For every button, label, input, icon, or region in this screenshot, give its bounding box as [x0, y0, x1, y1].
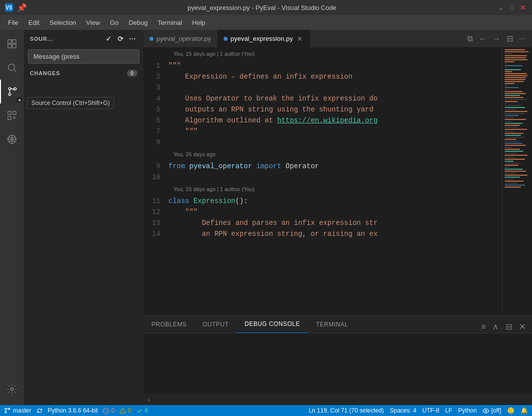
panel-arrow: › [143, 394, 532, 405]
tab-pyeval-expression[interactable]: pyeval_expression.py ✕ [218, 30, 310, 47]
code-line-5: 5 outputs an RPN string using the shunti… [143, 104, 502, 115]
python-version: Python 3.6.6 64-bit [48, 407, 98, 414]
explorer-icon[interactable] [0, 32, 24, 56]
changes-label: CHANGES [30, 70, 60, 76]
notification-icon: 🔔 [521, 407, 528, 414]
tab-close-button[interactable]: ✕ [296, 35, 304, 43]
code-line-7: 7 """ [143, 126, 502, 137]
status-language[interactable]: Python [458, 407, 477, 414]
commit-button[interactable]: ✓ [104, 34, 114, 44]
svg-rect-0 [8, 40, 11, 43]
menu-edit[interactable]: Edit [24, 17, 43, 28]
panel: PROBLEMS OUTPUT DEBUG CONSOLE TERMINAL ≡… [143, 315, 532, 405]
editor-layout-button[interactable]: ⊟ [504, 32, 516, 45]
panel-tabs: PROBLEMS OUTPUT DEBUG CONSOLE TERMINAL ≡… [143, 316, 532, 333]
sidebar-header-actions: ✓ ⟳ ··· [104, 34, 137, 44]
changes-header[interactable]: CHANGES 0 [24, 68, 143, 79]
status-checks[interactable]: 6 [136, 407, 148, 414]
main-area: Source Control (Ctrl+Shift+G) SOUR... ✓ … [0, 30, 532, 405]
svg-point-22 [485, 410, 487, 411]
menu-view[interactable]: View [82, 17, 104, 28]
blame-block-3: You, 15 days ago | 1 author (You) [143, 183, 502, 196]
tab-label-operator: pyeval_operator.py [156, 35, 211, 42]
commit-message-input[interactable]: Message (press [28, 49, 139, 64]
code-line-4: 4 Uses Operator to break the infix expre… [143, 93, 502, 104]
svg-point-14 [5, 408, 6, 410]
tab-output[interactable]: OUTPUT [195, 315, 237, 333]
blame-block-2: You, 26 days ago [143, 148, 502, 161]
settings-icon[interactable] [0, 377, 24, 401]
tab-debug-console[interactable]: DEBUG CONSOLE [237, 315, 308, 333]
tab-pyeval-operator[interactable]: pyeval_operator.py [143, 30, 218, 47]
status-errors[interactable]: 0 [103, 407, 115, 414]
menu-file[interactable]: File [4, 17, 22, 28]
minimap [502, 47, 532, 315]
branch-name: master [13, 407, 31, 414]
code-editor[interactable]: You, 15 days ago | 1 author (You) 1 """ … [143, 47, 532, 315]
status-right: Ln 119, Col 71 (70 selected) Spaces: 4 U… [309, 407, 528, 414]
code-line-2: 2 Expression – defines an infix expressi… [143, 71, 502, 82]
tab-terminal[interactable]: TERMINAL [308, 315, 356, 333]
code-line-12: 12 """ [143, 207, 502, 217]
split-editor-button[interactable]: ⧉ [465, 33, 475, 45]
svg-point-8 [8, 93, 11, 96]
warning-count: 0 [128, 407, 132, 414]
status-live-share[interactable]: [off] [483, 407, 501, 414]
more-tab-actions[interactable]: ··· [517, 33, 528, 45]
panel-close-button[interactable]: ✕ [517, 320, 528, 333]
search-icon[interactable] [0, 56, 24, 80]
status-spaces[interactable]: Spaces: 4 [390, 407, 416, 414]
status-smiley[interactable]: 🙂 [507, 407, 515, 414]
minimize-button[interactable]: ⌄ [497, 3, 505, 11]
status-position[interactable]: Ln 119, Col 71 (70 selected) [309, 407, 384, 414]
title-bar-title: pyeval_expression.py - PyEval - Visual S… [188, 4, 337, 11]
extensions-icon[interactable] [0, 104, 24, 127]
menu-debug[interactable]: Debug [125, 17, 151, 28]
maximize-button[interactable]: □ [508, 3, 516, 11]
status-bell[interactable]: 🔔 [521, 407, 528, 414]
svg-line-5 [14, 70, 16, 72]
close-button[interactable]: ✕ [519, 3, 527, 11]
remote-icon[interactable] [0, 127, 24, 151]
refresh-button[interactable]: ⟳ [116, 34, 126, 44]
editor-area: pyeval_operator.py pyeval_expression.py … [143, 30, 532, 405]
code-line-3: 3 [143, 82, 502, 93]
status-encoding[interactable]: UTF-8 [422, 407, 439, 414]
panel-layout-button[interactable]: ⊟ [503, 320, 515, 333]
status-warnings[interactable]: 0 [120, 407, 132, 414]
pin-icon[interactable]: 📌 [17, 3, 27, 12]
status-python[interactable]: Python 3.6.6 64-bit [48, 407, 98, 414]
panel-collapse-button[interactable]: ∧ [490, 320, 501, 333]
back-button[interactable]: ← [476, 33, 489, 45]
source-control-icon[interactable] [0, 80, 24, 104]
blame-block-1: You, 15 days ago | 1 author (You) [143, 47, 502, 60]
activity-bar: Source Control (Ctrl+Shift+G) [0, 30, 24, 405]
code-line-11: 11 class Expression(): [143, 196, 502, 207]
svg-point-13 [10, 388, 13, 391]
changes-section: CHANGES 0 [24, 66, 143, 81]
sidebar-header: SOUR... ✓ ⟳ ··· [24, 30, 143, 47]
tab-bar: pyeval_operator.py pyeval_expression.py … [143, 30, 532, 47]
status-branch[interactable]: master [4, 407, 31, 414]
svg-point-4 [8, 64, 15, 71]
check-count: 6 [145, 407, 148, 414]
status-line-ending[interactable]: LF [445, 407, 452, 414]
title-bar-controls: ⌄ □ ✕ [497, 3, 527, 11]
panel-filter-button[interactable]: ≡ [479, 321, 488, 333]
app-icon: VS [5, 3, 13, 11]
menu-terminal[interactable]: Terminal [153, 17, 186, 28]
more-actions-button[interactable]: ··· [128, 34, 137, 44]
menu-bar: File Edit Selection View Go Debug Termin… [0, 15, 532, 30]
svg-rect-2 [8, 44, 11, 48]
tab-problems[interactable]: PROBLEMS [143, 315, 195, 333]
svg-point-6 [8, 88, 11, 90]
forward-button[interactable]: → [490, 33, 503, 45]
menu-go[interactable]: Go [106, 17, 123, 28]
status-sync[interactable] [36, 408, 43, 414]
svg-point-16 [5, 412, 6, 413]
error-count: 0 [111, 407, 115, 414]
menu-help[interactable]: Help [188, 17, 210, 28]
svg-point-7 [14, 88, 16, 90]
title-bar: VS 📌 pyeval_expression.py - PyEval - Vis… [0, 0, 532, 15]
menu-selection[interactable]: Selection [45, 17, 80, 28]
